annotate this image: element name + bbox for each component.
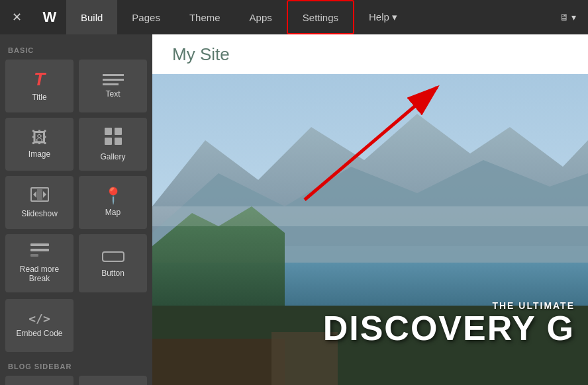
nav-tabs: Build Pages Theme Apps Settings Help ▾ <box>66 0 554 34</box>
svg-marker-6 <box>43 191 46 198</box>
sidebar-item-label: Gallery <box>100 152 125 161</box>
svg-rect-24 <box>152 206 588 226</box>
svg-rect-8 <box>30 243 49 246</box>
embed-grid: </> Embed Code <box>5 299 147 352</box>
blog-items-grid: Flickr Badge in LinkedIn Button <box>5 376 147 385</box>
readmore-icon <box>30 243 49 261</box>
canvas-area: My Site <box>152 34 588 385</box>
sidebar-item-label: Title <box>32 93 46 102</box>
gallery-icon <box>104 127 122 148</box>
image-icon: 🖼 <box>32 130 48 146</box>
nav-tab-build[interactable]: Build <box>66 0 117 34</box>
svg-rect-10 <box>30 254 38 257</box>
site-title-bar: My Site <box>152 34 588 74</box>
svg-rect-0 <box>105 128 112 135</box>
sidebar-item-label: Slideshow <box>21 209 58 218</box>
sidebar-item-label: Embed Code <box>16 329 62 338</box>
svg-marker-5 <box>33 191 36 198</box>
sidebar-item-text[interactable]: Text <box>79 60 147 112</box>
close-icon: ✕ <box>12 10 22 24</box>
top-navigation: ✕ W Build Pages Theme Apps Settings Help… <box>0 0 588 34</box>
svg-rect-2 <box>105 138 112 145</box>
hero-text-overlay: THE ULTIMATE DISCOVERY G <box>323 300 575 345</box>
sidebar-item-map[interactable]: 📍 Map <box>79 176 147 229</box>
sidebar-item-linkedin[interactable]: in LinkedIn Button <box>79 376 147 385</box>
sidebar-item-image[interactable]: 🖼 Image <box>5 118 74 171</box>
svg-rect-7 <box>37 189 42 200</box>
svg-rect-1 <box>115 128 122 135</box>
sidebar-item-title[interactable]: T Title <box>5 60 74 112</box>
nav-tab-pages[interactable]: Pages <box>117 0 175 34</box>
nav-tab-apps[interactable]: Apps <box>235 0 287 34</box>
logo: W <box>33 0 66 34</box>
close-button[interactable]: ✕ <box>0 0 33 34</box>
text-icon <box>103 74 124 85</box>
map-icon: 📍 <box>103 188 123 204</box>
sidebar-item-gallery[interactable]: Gallery <box>79 118 147 171</box>
button-icon <box>102 249 124 265</box>
sidebar: BASIC T Title Text 🖼 Image <box>0 34 152 385</box>
sidebar-item-label: Button <box>101 269 124 278</box>
sidebar-item-flickr[interactable]: Flickr Badge <box>5 376 74 385</box>
nav-tab-help[interactable]: Help ▾ <box>354 0 412 34</box>
basic-items-grid: T Title Text 🖼 Image <box>5 60 147 292</box>
svg-rect-11 <box>103 252 124 261</box>
sidebar-item-label: Text <box>105 89 120 99</box>
svg-rect-9 <box>30 249 49 251</box>
nav-right-controls: 🖥 ▾ <box>554 9 588 26</box>
slideshow-icon <box>30 187 50 205</box>
site-title: My Site <box>172 44 230 65</box>
hero-title-big: DISCOVERY G <box>323 311 575 345</box>
sidebar-item-embed[interactable]: </> Embed Code <box>5 299 74 352</box>
embed-icon: </> <box>28 313 50 325</box>
title-icon: T <box>34 70 45 89</box>
nav-tab-theme[interactable]: Theme <box>175 0 235 34</box>
sidebar-item-label: Image <box>28 150 50 159</box>
sidebar-item-slideshow[interactable]: Slideshow <box>5 176 74 229</box>
main-area: BASIC T Title Text 🖼 Image <box>0 34 588 385</box>
logo-icon: W <box>43 9 57 26</box>
sidebar-item-label: Read moreBreak <box>20 265 59 283</box>
sidebar-item-label: Map <box>105 208 121 217</box>
nav-tab-settings[interactable]: Settings <box>287 0 354 34</box>
hero-image: THE ULTIMATE DISCOVERY G <box>152 74 588 385</box>
svg-rect-22 <box>152 339 285 385</box>
svg-rect-3 <box>115 138 122 145</box>
sidebar-item-button[interactable]: Button <box>79 234 147 292</box>
device-selector[interactable]: 🖥 ▾ <box>554 9 581 26</box>
sidebar-item-readmore[interactable]: Read moreBreak <box>5 234 74 292</box>
section-title-basic: BASIC <box>5 42 147 60</box>
section-title-blog: BLOG SIDEBAR <box>5 359 147 376</box>
